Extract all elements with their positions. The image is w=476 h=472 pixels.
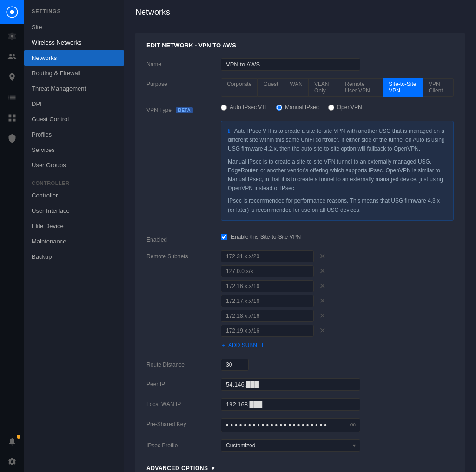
- info-row: ℹ Auto IPsec VTI is to create a site-to-…: [146, 121, 454, 226]
- vpn-type-label: VPN Type BETA: [146, 104, 221, 113]
- sidebar-item-maintenance[interactable]: Maintenance: [24, 234, 124, 249]
- pre-shared-key-label: Pre-Shared Key: [146, 418, 221, 427]
- subnet-row-4: ✕: [221, 295, 454, 307]
- vpn-type-radio-group: Auto IPsec VTI Manual IPsec OpenVPN: [221, 104, 454, 111]
- nav-stats-icon[interactable]: [0, 87, 24, 108]
- enabled-checkbox-label[interactable]: Enable this Site-to-Site VPN: [221, 234, 454, 240]
- sidebar-item-controller[interactable]: Controller: [24, 188, 124, 203]
- purpose-tab-site-to-site-vpn[interactable]: Site-to-Site VPN: [383, 78, 423, 97]
- icon-bar: [0, 0, 24, 472]
- vpn-type-manual-radio[interactable]: [276, 105, 282, 111]
- password-wrapper: 👁: [221, 418, 360, 432]
- notification-badge: [17, 435, 20, 439]
- pre-shared-key-input[interactable]: [221, 418, 360, 432]
- edit-network-form: EDIT NETWORK - VPN TO AWS Name Purpose C…: [135, 33, 465, 472]
- name-label: Name: [146, 58, 221, 67]
- peer-ip-control: [221, 378, 454, 391]
- ipsec-profile-select-wrapper: Customized Default: [221, 439, 360, 452]
- svg-point-1: [10, 10, 14, 14]
- nav-gear-icon[interactable]: [0, 452, 24, 472]
- page-header: Networks: [124, 0, 476, 23]
- sidebar-item-networks[interactable]: Networks: [24, 50, 124, 66]
- enabled-row: Enabled Enable this Site-to-Site VPN: [146, 234, 454, 243]
- enabled-label: Enabled: [146, 234, 221, 243]
- nav-shield-icon[interactable]: [0, 128, 24, 149]
- sidebar-item-user-interface[interactable]: User Interface: [24, 203, 124, 218]
- purpose-tab-wan[interactable]: WAN: [284, 78, 309, 97]
- purpose-tab-corporate[interactable]: Corporate: [221, 78, 258, 97]
- subnet-row-6: ✕: [221, 325, 454, 337]
- local-wan-ip-row: Local WAN IP: [146, 398, 454, 411]
- form-title: EDIT NETWORK - VPN TO AWS: [146, 42, 454, 49]
- vpn-type-openvpn[interactable]: OpenVPN: [328, 104, 362, 111]
- route-distance-control: [221, 359, 454, 371]
- sidebar-item-site[interactable]: Site: [24, 20, 124, 35]
- vpn-type-auto-radio[interactable]: [221, 105, 227, 111]
- remove-subnet-2[interactable]: ✕: [317, 266, 327, 276]
- sidebar-item-routing-firewall[interactable]: Routing & Firewall: [24, 66, 124, 81]
- purpose-label: Purpose: [146, 78, 221, 87]
- subnet-input-1[interactable]: [221, 250, 314, 262]
- remove-subnet-1[interactable]: ✕: [317, 251, 327, 262]
- remove-subnet-4[interactable]: ✕: [317, 295, 327, 306]
- info-label-spacer: [146, 121, 221, 124]
- nav-settings-icon[interactable]: [0, 26, 24, 46]
- sidebar-item-wireless-networks[interactable]: Wireless Networks: [24, 35, 124, 50]
- advanced-options-toggle[interactable]: ADVANCED OPTIONS ▾: [146, 459, 454, 472]
- add-subnet-plus-icon: ＋: [221, 341, 226, 349]
- sidebar-item-guest-control[interactable]: Guest Control: [24, 111, 124, 127]
- nav-grid-icon[interactable]: [0, 108, 24, 128]
- vpn-type-manual[interactable]: Manual IPsec: [276, 104, 319, 111]
- peer-ip-input[interactable]: [221, 378, 360, 391]
- purpose-tab-vpn-client[interactable]: VPN Client: [423, 78, 454, 97]
- purpose-tab-vlan-only[interactable]: VLAN Only: [309, 78, 339, 97]
- pre-shared-key-row: Pre-Shared Key 👁: [146, 418, 454, 432]
- purpose-tab-guest[interactable]: Guest: [258, 78, 284, 97]
- purpose-tab-remote-user-vpn[interactable]: Remote User VPN: [339, 78, 383, 97]
- sidebar-item-backup[interactable]: Backup: [24, 249, 124, 264]
- route-distance-label: Route Distance: [146, 359, 221, 368]
- route-distance-input[interactable]: [221, 359, 249, 371]
- nav-notifications-icon[interactable]: [0, 431, 24, 452]
- vpn-type-openvpn-radio[interactable]: [328, 105, 334, 111]
- remove-subnet-3[interactable]: ✕: [317, 281, 327, 291]
- sidebar-item-user-groups[interactable]: User Groups: [24, 157, 124, 173]
- add-subnet-button[interactable]: ＋ ADD SUBNET: [221, 340, 264, 351]
- sidebar-controller-section: Controller Controller User Interface Eli…: [24, 177, 124, 264]
- toggle-password-button[interactable]: 👁: [350, 421, 357, 429]
- ipsec-profile-select[interactable]: Customized Default: [221, 439, 360, 452]
- sidebar-item-threat-management[interactable]: Threat Management: [24, 81, 124, 96]
- subnet-row-2: ✕: [221, 265, 454, 277]
- enabled-checkbox[interactable]: [221, 234, 227, 240]
- subnet-input-5[interactable]: [221, 310, 314, 322]
- name-control: [221, 58, 454, 71]
- pre-shared-key-control: 👁: [221, 418, 454, 432]
- remote-subnets-control: ✕ ✕ ✕ ✕ ✕: [221, 250, 454, 351]
- app-logo[interactable]: [0, 0, 24, 24]
- name-input[interactable]: [221, 58, 360, 71]
- vpn-type-auto[interactable]: Auto IPsec VTI: [221, 104, 267, 111]
- peer-ip-row: Peer IP: [146, 378, 454, 391]
- purpose-tabs: Corporate Guest WAN VLAN Only Remote Use…: [221, 78, 454, 97]
- peer-ip-label: Peer IP: [146, 378, 221, 387]
- nav-users-icon[interactable]: [0, 46, 24, 67]
- nav-location-icon[interactable]: [0, 67, 24, 87]
- sidebar: Settings Site Wireless Networks Networks…: [24, 0, 124, 472]
- subnet-input-3[interactable]: [221, 280, 314, 292]
- subnet-input-2[interactable]: [221, 265, 314, 277]
- sidebar-item-dpi[interactable]: DPI: [24, 96, 124, 111]
- logo-icon: [6, 6, 19, 19]
- sidebar-item-elite-device[interactable]: Elite Device: [24, 218, 124, 234]
- sidebar-item-services[interactable]: Services: [24, 142, 124, 157]
- remove-subnet-6[interactable]: ✕: [317, 325, 327, 336]
- sidebar-header: Settings: [24, 0, 124, 20]
- advanced-options-chevron-icon: ▾: [212, 465, 215, 472]
- local-wan-ip-input[interactable]: [221, 398, 360, 411]
- sidebar-nav: Site Wireless Networks Networks Routing …: [24, 20, 124, 173]
- subnet-input-6[interactable]: [221, 325, 314, 337]
- remove-subnet-5[interactable]: ✕: [317, 310, 327, 321]
- info-control: ℹ Auto IPsec VTI is to create a site-to-…: [221, 121, 454, 226]
- vpn-type-row: VPN Type BETA Auto IPsec VTI Manual IPse…: [146, 104, 454, 113]
- subnet-input-4[interactable]: [221, 295, 314, 307]
- sidebar-item-profiles[interactable]: Profiles: [24, 127, 124, 142]
